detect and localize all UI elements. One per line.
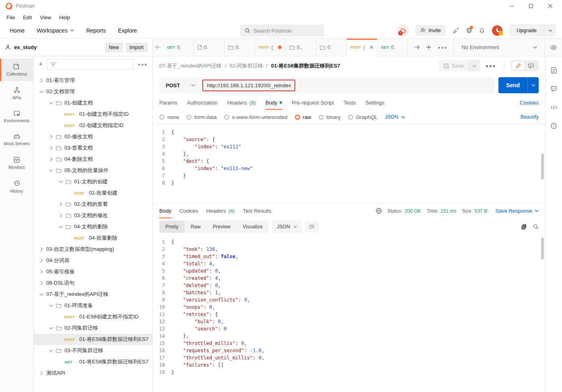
- chevron-right-icon[interactable]: [39, 371, 43, 375]
- chevron-right-icon[interactable]: [49, 135, 53, 139]
- save-chevron-icon[interactable]: [469, 60, 480, 72]
- tree-request[interactable]: POST01-将ES6集群数据迁移到ES7: [34, 334, 152, 345]
- nav-workspaces[interactable]: Workspaces: [37, 27, 74, 34]
- request-tab-params[interactable]: Params: [159, 95, 177, 110]
- request-editor-scrollbar[interactable]: [541, 154, 544, 179]
- close-tab-icon[interactable]: [370, 45, 373, 49]
- chevron-right-icon[interactable]: [39, 281, 43, 285]
- tree-collection[interactable]: 03-自定义数据类型(mapping): [34, 244, 152, 255]
- chevron-right-icon[interactable]: [59, 202, 63, 206]
- response-format-selector[interactable]: JSON: [272, 221, 302, 233]
- tree-folder[interactable]: 03-不同集群迁移: [34, 345, 152, 356]
- method-selector[interactable]: POST: [159, 82, 201, 88]
- request-tab-authorization[interactable]: Authorization: [187, 95, 218, 110]
- request-tab-settings[interactable]: Settings: [365, 95, 384, 110]
- comment-icon[interactable]: [525, 62, 537, 70]
- rail-item-apis[interactable]: APIs: [0, 82, 33, 105]
- rail-item-mock-servers[interactable]: Mock Servers: [0, 129, 33, 151]
- import-button[interactable]: Import: [126, 43, 148, 52]
- response-mode-visualize[interactable]: Visualize: [237, 221, 269, 233]
- account-avatar[interactable]: [492, 25, 503, 36]
- response-mode-raw[interactable]: Raw: [185, 221, 207, 233]
- tree-collection[interactable]: 02-文档管理: [34, 86, 152, 97]
- request-tab-headers[interactable]: Headers(8): [227, 95, 256, 110]
- rail-item-monitors[interactable]: Monitors: [0, 152, 33, 174]
- beautify-link[interactable]: Beautify: [521, 114, 539, 120]
- tree-request[interactable]: GET01-将ES6集群数据迁移到ES7: [34, 356, 152, 367]
- body-format-selector[interactable]: JSON: [385, 114, 405, 120]
- environment-quick-look-icon[interactable]: [544, 39, 562, 56]
- minimize-button[interactable]: [509, 4, 515, 8]
- menu-edit[interactable]: Edit: [23, 14, 32, 21]
- settings-gear-icon[interactable]: ⚙: [466, 27, 472, 34]
- network-globe-icon[interactable]: [376, 208, 382, 214]
- rail-item-history[interactable]: History: [0, 175, 33, 198]
- search-input[interactable]: Search Postman: [240, 25, 324, 37]
- tree-folder[interactable]: 01-文档的创建: [34, 176, 152, 187]
- body-type-binary[interactable]: binary: [319, 114, 341, 120]
- edit-pencil-icon[interactable]: [512, 62, 525, 70]
- tree-request[interactable]: POST01-ES6创建文档不指定ID: [34, 311, 152, 322]
- request-tab-tests[interactable]: Tests: [344, 95, 356, 110]
- tree-folder[interactable]: 02-文档的查看: [34, 199, 152, 210]
- chevron-right-icon[interactable]: [59, 213, 63, 218]
- upgrade-chevron-icon[interactable]: [544, 24, 556, 37]
- body-type-none[interactable]: none: [159, 114, 179, 120]
- body-type-x-www-form-urlencoded[interactable]: x-www-form-urlencoded: [224, 114, 288, 120]
- chevron-down-icon[interactable]: [59, 181, 63, 183]
- chevron-right-icon[interactable]: [49, 157, 53, 161]
- tree-request[interactable]: POST02-创建文档指定ID: [34, 120, 152, 131]
- request-tab[interactable]: 0.: [224, 39, 255, 56]
- send-button[interactable]: Send: [498, 77, 539, 93]
- tree-folder[interactable]: 05-文档的批量操作: [34, 165, 152, 176]
- body-type-raw[interactable]: raw: [295, 114, 311, 120]
- body-type-form-data[interactable]: form-data: [186, 114, 217, 120]
- request-tab[interactable]: 0.: [316, 39, 347, 56]
- response-mode-preview[interactable]: Preview: [207, 221, 237, 233]
- tree-folder[interactable]: 04-文档的删除: [34, 221, 152, 232]
- chevron-down-icon[interactable]: [49, 102, 53, 105]
- add-collection-icon[interactable]: +: [39, 60, 43, 69]
- chevron-right-icon[interactable]: [39, 259, 43, 263]
- tree-request[interactable]: POST01-创建文档不指定ID: [34, 109, 152, 120]
- tree-folder[interactable]: 03-查看文档: [34, 142, 152, 154]
- request-tab-body[interactable]: Body: [266, 95, 282, 110]
- menu-help[interactable]: Help: [59, 14, 70, 21]
- tabs-back-icon[interactable]: [153, 39, 163, 56]
- close-button[interactable]: [548, 4, 553, 8]
- chevron-down-icon[interactable]: [39, 90, 43, 93]
- environment-selector[interactable]: No Environment: [454, 39, 544, 56]
- new-tab-icon[interactable]: [426, 45, 431, 50]
- maximize-button[interactable]: [528, 4, 534, 8]
- url-input[interactable]: http://192.168.1.121:19200/_reindex: [202, 80, 295, 91]
- breadcrumb-segment[interactable]: 02-同集群迁移: [229, 62, 263, 70]
- nav-reports[interactable]: Reports: [86, 27, 106, 34]
- tree-folder[interactable]: 02-修改文档: [34, 131, 152, 142]
- response-tab-test-results[interactable]: Test Results: [243, 203, 272, 218]
- chevron-down-icon[interactable]: [49, 304, 53, 307]
- tree-collection[interactable]: 05-索引模板: [34, 266, 152, 277]
- save-button[interactable]: Save: [439, 60, 480, 72]
- chevron-down-icon[interactable]: [49, 349, 53, 352]
- response-tab-body[interactable]: Body: [159, 203, 171, 218]
- info-button[interactable]: [546, 117, 562, 135]
- chevron-down-icon[interactable]: [39, 293, 43, 296]
- menu-file[interactable]: File: [6, 14, 15, 21]
- documentation-button[interactable]: [546, 61, 562, 80]
- response-tab-headers[interactable]: Headers(4): [206, 203, 235, 218]
- tree-collection[interactable]: 06-DSL语句: [34, 277, 152, 289]
- breadcrumb-segment[interactable]: 07-基于_reindex的API迁移: [159, 62, 222, 70]
- request-tab-pre-request-script[interactable]: Pre-request Script: [292, 95, 334, 110]
- tree-collection[interactable]: 04-分词器: [34, 255, 152, 266]
- tab-options-icon[interactable]: ●●●: [438, 45, 447, 50]
- request-options-icon[interactable]: ●●●: [486, 63, 496, 69]
- tree-folder[interactable]: 03-文档的修改: [34, 210, 152, 221]
- request-tab[interactable]: GET0.: [377, 39, 408, 56]
- response-mode-pretty[interactable]: Pretty: [159, 221, 185, 233]
- upgrade-button[interactable]: Upgrade: [509, 24, 556, 37]
- rail-item-collections[interactable]: Collections: [0, 59, 33, 81]
- chevron-right-icon[interactable]: [39, 270, 43, 274]
- tree-folder[interactable]: 04-删除文档: [34, 154, 152, 165]
- response-body-editor[interactable]: 1{2 "took": 136,3 "timed_out": false,4 "…: [153, 235, 545, 392]
- tree-folder[interactable]: 01-创建文档: [34, 97, 152, 109]
